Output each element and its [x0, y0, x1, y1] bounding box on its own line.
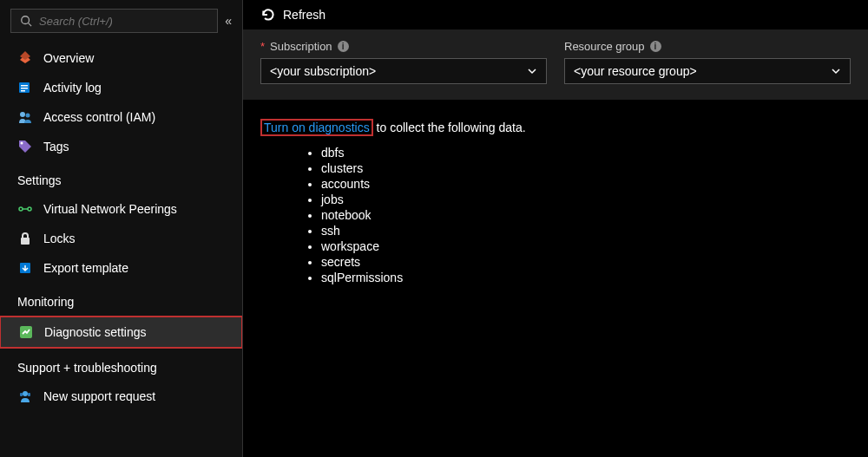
- section-support: Support + troubleshooting: [0, 349, 242, 382]
- svg-point-6: [20, 112, 25, 117]
- nav-label: Overview: [43, 51, 94, 65]
- diagnostic-settings-icon: [18, 324, 34, 340]
- nav-label: Diagnostic settings: [44, 325, 147, 339]
- list-item: secrets: [321, 254, 851, 270]
- search-input[interactable]: [39, 15, 210, 28]
- dropdown-value: <your subscription>: [270, 64, 376, 78]
- chevron-down-icon: [831, 66, 841, 76]
- list-item: ssh: [321, 223, 851, 238]
- list-item: accounts: [321, 176, 851, 192]
- svg-point-10: [28, 207, 31, 211]
- nav-vnet-peerings[interactable]: Virtual Network Peerings: [0, 194, 242, 224]
- nav-label: Activity log: [43, 81, 102, 95]
- nav-label: Tags: [43, 140, 69, 153]
- content-area: Turn on diagnostics to collect the follo…: [243, 100, 868, 306]
- main-panel: Refresh * Subscription i <your subscript…: [243, 0, 868, 457]
- chevron-down-icon: [527, 66, 537, 76]
- subscription-label: * Subscription i: [260, 40, 547, 53]
- svg-rect-4: [21, 88, 28, 89]
- diagnostic-data-list: dbfs clusters accounts jobs notebook ssh…: [260, 145, 851, 285]
- sidebar: « Overview Activity log Access control (…: [0, 0, 243, 457]
- svg-point-0: [22, 16, 30, 24]
- svg-rect-17: [28, 393, 30, 396]
- export-template-icon: [17, 260, 33, 276]
- svg-rect-12: [21, 238, 30, 245]
- prompt-suffix: to collect the following data.: [373, 121, 526, 134]
- nav-access-control[interactable]: Access control (IAM): [0, 102, 242, 132]
- svg-point-9: [19, 207, 23, 211]
- svg-rect-16: [20, 393, 23, 396]
- search-box[interactable]: [10, 9, 218, 33]
- turn-on-diagnostics-link[interactable]: Turn on diagnostics: [264, 121, 370, 134]
- required-mark: *: [260, 40, 265, 53]
- svg-point-15: [23, 391, 28, 396]
- nav-tags[interactable]: Tags: [0, 132, 242, 161]
- nav-label: Virtual Network Peerings: [43, 202, 177, 216]
- list-item: dbfs: [321, 145, 851, 160]
- dropdown-value: <your resource group>: [574, 64, 697, 78]
- svg-rect-3: [21, 85, 28, 87]
- nav-overview[interactable]: Overview: [0, 43, 242, 73]
- vnet-peerings-icon: [17, 201, 33, 217]
- nav-activity-log[interactable]: Activity log: [0, 73, 242, 102]
- subscription-dropdown[interactable]: <your subscription>: [260, 58, 547, 84]
- info-icon[interactable]: i: [338, 41, 349, 52]
- nav-export-template[interactable]: Export template: [0, 253, 242, 283]
- filter-bar: * Subscription i <your subscription> Res…: [243, 29, 868, 100]
- tags-icon: [17, 139, 33, 154]
- nav-label: Export template: [43, 261, 128, 275]
- list-item: notebook: [321, 207, 851, 223]
- nav-new-support-request[interactable]: New support request: [0, 382, 242, 411]
- list-item: workspace: [321, 238, 851, 254]
- nav-label: Access control (IAM): [43, 110, 155, 124]
- svg-rect-5: [21, 90, 25, 92]
- subscription-filter: * Subscription i <your subscription>: [260, 40, 547, 84]
- nav-locks[interactable]: Locks: [0, 224, 242, 253]
- list-item: jobs: [321, 192, 851, 207]
- turn-on-diagnostics-highlight: Turn on diagnostics: [260, 119, 373, 136]
- svg-point-7: [26, 114, 30, 118]
- nav-label: Locks: [43, 232, 76, 245]
- overview-icon: [17, 50, 33, 66]
- resource-group-dropdown[interactable]: <your resource group>: [564, 58, 851, 84]
- list-item: clusters: [321, 160, 851, 176]
- resource-group-filter: Resource group i <your resource group>: [564, 40, 851, 84]
- toolbar: Refresh: [243, 0, 868, 29]
- refresh-icon[interactable]: [260, 7, 276, 23]
- search-icon: [18, 13, 34, 29]
- search-row: «: [0, 9, 242, 43]
- section-monitoring: Monitoring: [0, 283, 242, 316]
- svg-point-8: [21, 142, 23, 145]
- refresh-button[interactable]: Refresh: [283, 8, 326, 22]
- locks-icon: [17, 231, 33, 246]
- activity-log-icon: [17, 80, 33, 95]
- svg-line-1: [29, 23, 32, 27]
- info-icon[interactable]: i: [650, 41, 661, 52]
- access-control-icon: [17, 109, 33, 125]
- list-item: sqlPermissions: [321, 270, 851, 285]
- collapse-icon[interactable]: «: [225, 14, 232, 28]
- resource-group-label: Resource group i: [564, 40, 851, 53]
- support-icon: [17, 388, 33, 404]
- diagnostics-prompt: Turn on diagnostics to collect the follo…: [260, 121, 851, 134]
- nav-diagnostic-settings[interactable]: Diagnostic settings: [0, 316, 243, 349]
- section-settings: Settings: [0, 161, 242, 194]
- nav-label: New support request: [43, 389, 155, 403]
